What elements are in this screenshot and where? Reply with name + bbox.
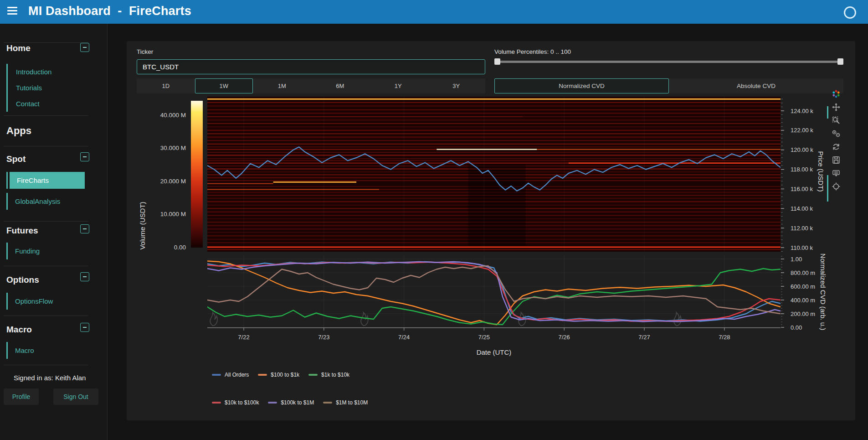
sign-out-button[interactable]: Sign Out — [53, 388, 98, 405]
sidebar-item-firecharts[interactable]: FireCharts — [6, 172, 85, 189]
zoom-in-out-icon[interactable] — [832, 129, 841, 138]
spikeline-crosshair-icon[interactable] — [832, 182, 841, 191]
hamburger-menu-icon[interactable] — [7, 7, 18, 17]
legend-entry[interactable]: $1M to $10M — [323, 399, 368, 406]
app: MI Dashboard - FireCharts Home Introduct… — [0, 0, 868, 440]
divider — [4, 42, 88, 43]
legend-row: $10k to $100k$100k to $1M$1M to $10M — [212, 399, 368, 406]
divider — [4, 316, 88, 316]
volume-percentile-slider[interactable] — [494, 58, 843, 65]
sidebar-item-globalanalysis[interactable]: GlobalAnalysis — [6, 193, 67, 210]
range-button-group: 1D 1W 1M 6M 1Y 3Y — [137, 78, 485, 93]
legend-label: $100k to $1M — [281, 399, 314, 406]
ticker-label: Ticker — [137, 48, 153, 55]
home-items-group: Introduction Tutorials Contact — [6, 64, 58, 112]
sidebar: Home Introduction Tutorials Contact Apps… — [0, 24, 108, 440]
legend-swatch — [268, 402, 277, 404]
legend-swatch — [323, 402, 332, 404]
volume-axis-title: Volume (USDT) — [139, 202, 146, 249]
legend-entry[interactable]: All Orders — [212, 372, 249, 378]
legend-entry[interactable]: $100k to $1M — [268, 399, 314, 406]
sidebar-section-options: Options — [6, 275, 39, 285]
legend-label: $1M to $10M — [336, 399, 368, 406]
slider-handle-min[interactable] — [494, 58, 500, 65]
topbar: MI Dashboard - FireCharts — [0, 0, 868, 24]
date-axis-title: Date (UTC) — [477, 348, 512, 356]
modebar-active-indicator — [827, 175, 828, 202]
collapse-spot-button[interactable] — [80, 152, 89, 161]
range-button-3y[interactable]: 3Y — [427, 78, 486, 93]
hover-tooltip-icon[interactable] — [832, 169, 841, 178]
sidebar-section-futures: Futures — [6, 226, 38, 236]
sidebar-section-spot: Spot — [6, 154, 26, 164]
collapse-home-button[interactable] — [80, 43, 89, 52]
sidebar-section-home: Home — [6, 43, 31, 53]
autoscale-reset-icon[interactable] — [832, 142, 841, 151]
collapse-options-button[interactable] — [80, 272, 89, 281]
status-circle-icon[interactable] — [844, 6, 856, 19]
range-button-1d[interactable]: 1D — [137, 78, 195, 93]
sidebar-section-macro: Macro — [6, 325, 32, 335]
legend-label: $10k to $100k — [225, 399, 259, 406]
divider — [4, 266, 88, 266]
sidebar-item-optionsflow[interactable]: OptionsFlow — [6, 293, 60, 310]
sidebar-item-funding[interactable]: Funding — [6, 243, 47, 259]
sidebar-item-introduction[interactable]: Introduction — [8, 64, 58, 80]
item-accent-bar — [6, 172, 8, 189]
slider-track[interactable] — [494, 61, 843, 63]
volume-percentiles-label: Volume Percentiles: 0 .. 100 — [494, 48, 571, 55]
price-heatmap-plot[interactable] — [207, 97, 781, 252]
legend-label: $1k to $10k — [321, 372, 349, 378]
divider — [4, 365, 88, 365]
range-button-1w[interactable]: 1W — [195, 78, 253, 93]
cvd-axis-title: Normalized CVD (arb. u.) — [819, 254, 827, 330]
box-zoom-icon[interactable] — [832, 116, 841, 125]
legend-row: All Orders$100 to $1k$1k to $10k — [212, 372, 349, 378]
legend-entry[interactable]: $100 to $1k — [258, 372, 299, 378]
cvd-mode-group: Normalized CVD Absolute CVD — [494, 78, 843, 93]
slider-handle-max[interactable] — [837, 58, 843, 65]
sidebar-item-macro[interactable]: Macro — [6, 342, 41, 359]
price-axis-title: Price (USDT) — [817, 151, 825, 192]
sidebar-item-contact[interactable]: Contact — [8, 96, 58, 112]
ticker-input[interactable] — [137, 59, 485, 74]
legend-swatch — [258, 374, 267, 376]
divider — [4, 115, 88, 116]
legend-entry[interactable]: $10k to $100k — [212, 399, 259, 406]
legend-entry[interactable]: $1k to $10k — [308, 372, 349, 378]
collapse-macro-button[interactable] — [80, 323, 89, 332]
legend-swatch — [212, 374, 221, 376]
legend-swatch — [212, 402, 221, 404]
absolute-cvd-button[interactable]: Absolute CVD — [669, 78, 843, 93]
range-button-1y[interactable]: 1Y — [369, 78, 427, 93]
sidebar-item-tutorials[interactable]: Tutorials — [8, 80, 58, 96]
volume-colorbar — [191, 101, 203, 248]
apps-header: Apps — [6, 125, 31, 137]
legend-swatch — [308, 374, 318, 376]
legend-label: All Orders — [225, 372, 249, 378]
range-button-6m[interactable]: 6M — [311, 78, 370, 93]
range-button-1m[interactable]: 1M — [253, 78, 311, 93]
cvd-plot[interactable] — [207, 255, 781, 327]
divider — [4, 221, 88, 222]
divider — [4, 146, 88, 146]
pan-icon[interactable] — [832, 103, 841, 112]
plotly-logo-icon[interactable] — [832, 89, 841, 98]
legend-label: $100 to $1k — [271, 372, 299, 378]
save-image-icon[interactable] — [832, 155, 841, 165]
profile-button[interactable]: Profile — [4, 388, 39, 405]
app-title: MI Dashboard - FireCharts — [28, 4, 191, 18]
collapse-futures-button[interactable] — [80, 224, 89, 233]
modebar-active-indicator — [827, 106, 828, 119]
normalized-cvd-button[interactable]: Normalized CVD — [494, 78, 669, 93]
signed-in-text: Signed in as: Keith Alan — [14, 374, 86, 382]
plotly-modebar — [829, 89, 843, 191]
